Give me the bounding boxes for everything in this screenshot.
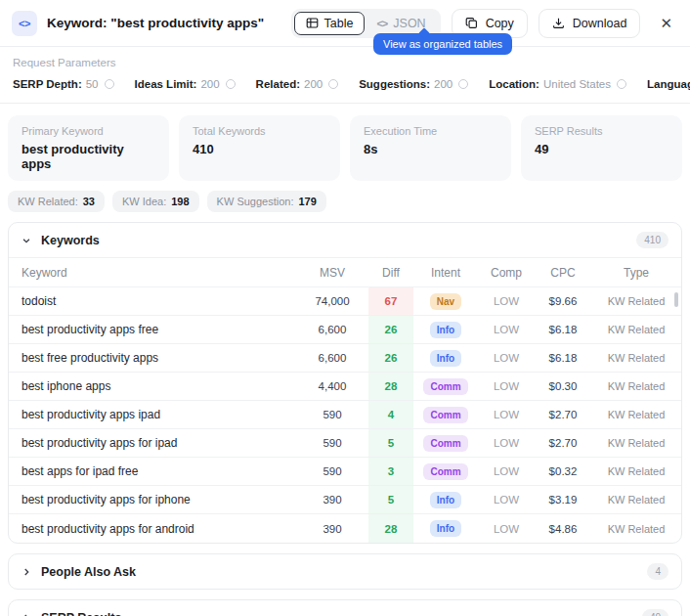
copy-icon (465, 17, 478, 29)
param-language: Language: en (647, 78, 690, 90)
intent-badge: Nav (430, 293, 461, 310)
download-button[interactable]: Download (539, 9, 641, 38)
cell-diff: 4 (368, 401, 413, 428)
column-header-comp: Comp (478, 258, 535, 286)
kw-type-badges: KW Related:33 KW Idea:198 KW Suggestion:… (0, 181, 690, 212)
keyword-table-row: todoist74,00067NavLOW$9.66KW Related (9, 287, 681, 316)
cell-comp: LOW (478, 486, 535, 513)
info-icon[interactable] (105, 79, 114, 89)
cell-msv: 390 (296, 486, 368, 513)
cell-cpc: $2.70 (535, 429, 591, 457)
cell-msv: 590 (296, 429, 368, 457)
keywords-table-body: todoist74,00067NavLOW$9.66KW Relatedbest… (9, 287, 681, 543)
cell-type: KW Related (591, 486, 681, 513)
table-icon (306, 17, 319, 29)
cell-cpc: $2.70 (535, 401, 591, 428)
cell-comp: LOW (478, 514, 535, 543)
modal-header: <> Keyword: "best productivity apps" Tab… (0, 0, 690, 47)
intent-badge: Info (430, 492, 461, 508)
people-also-ask-header[interactable]: People Also Ask 4 (9, 554, 681, 589)
cell-cpc: $0.32 (535, 458, 591, 485)
stats-row: Primary Keyword best productivity apps T… (0, 104, 690, 181)
json-icon: <> (376, 18, 387, 29)
cell-intent: Info (413, 514, 478, 543)
cell-intent: Info (413, 316, 478, 343)
download-label: Download (573, 17, 627, 30)
info-icon[interactable] (226, 79, 236, 89)
cell-diff: 26 (368, 344, 413, 372)
cell-cpc: $0.30 (535, 373, 591, 400)
people-also-ask-title: People Also Ask (41, 565, 136, 579)
intent-badge: Comm (423, 378, 467, 395)
cell-msv: 590 (296, 458, 368, 485)
cell-type: KW Related (591, 429, 681, 457)
keyword-table-row: best free productivity apps6,60026InfoLO… (9, 344, 681, 373)
cell-keyword: best productivity apps for iphone (9, 486, 296, 513)
cell-comp: LOW (478, 344, 535, 372)
serp-results-count-badge: 49 (642, 609, 668, 616)
cell-msv: 590 (296, 401, 368, 428)
keywords-section-header[interactable]: Keywords 410 (9, 223, 681, 257)
request-parameters-section: Request Parameters SERP Depth: 50 Ideas … (0, 47, 690, 104)
cell-diff: 26 (368, 316, 413, 343)
keywords-section: Keywords 410 Keyword MSV Diff Intent Com… (8, 222, 682, 544)
intent-badge: Info (430, 322, 461, 338)
keyword-table-row: best productivity apps for android39028I… (9, 514, 681, 543)
cell-diff: 5 (368, 429, 413, 457)
chevron-right-icon (22, 613, 31, 616)
table-view-label: Table (324, 17, 354, 30)
cell-cpc: $3.19 (535, 486, 591, 513)
serp-results-title: SERP Results (41, 611, 121, 616)
cell-msv: 6,600 (296, 316, 368, 343)
cell-keyword: best productivity apps free (9, 316, 296, 343)
cell-msv: 4,400 (296, 373, 368, 400)
close-icon[interactable]: ✕ (656, 14, 676, 32)
cell-comp: LOW (478, 316, 535, 343)
info-icon[interactable] (458, 79, 468, 89)
stat-card-serp-results: SERP Results 49 (521, 115, 682, 181)
cell-diff: 67 (368, 287, 413, 315)
column-header-keyword: Keyword (9, 258, 296, 286)
code-icon: <> (12, 11, 37, 36)
table-scrollbar-thumb[interactable] (674, 292, 678, 307)
info-icon[interactable] (617, 79, 626, 89)
param-related: Related: 200 (256, 78, 339, 90)
cell-type: KW Related (591, 458, 681, 485)
column-header-intent: Intent (413, 258, 478, 286)
intent-badge: Comm (423, 463, 467, 480)
param-suggestions: Suggestions: 200 (359, 78, 468, 90)
badge-kw-suggestion: KW Suggestion:179 (207, 191, 326, 212)
keywords-table: Keyword MSV Diff Intent Comp CPC Type to… (9, 257, 681, 543)
cell-cpc: $4.86 (535, 514, 591, 543)
param-ideas-limit: Ideas Limit: 200 (135, 78, 236, 90)
column-header-msv: MSV (296, 258, 368, 286)
column-header-cpc: CPC (535, 258, 591, 286)
keyword-table-row: best productivity apps for ipad5905CommL… (9, 429, 681, 458)
page-title: Keyword: "best productivity apps" (47, 16, 264, 30)
cell-comp: LOW (478, 287, 535, 315)
cell-msv: 74,000 (296, 287, 368, 315)
keywords-section-title: Keywords (41, 234, 100, 247)
cell-cpc: $6.18 (535, 344, 591, 372)
cell-keyword: best productivity apps for android (9, 514, 296, 543)
download-icon (552, 17, 565, 29)
people-also-ask-count-badge: 4 (647, 563, 668, 580)
cell-type: KW Related (591, 344, 681, 372)
stat-card-total-keywords: Total Keywords 410 (179, 115, 340, 181)
cell-comp: LOW (478, 458, 535, 485)
cell-keyword: best apps for ipad free (9, 458, 296, 485)
cell-diff: 3 (368, 458, 413, 485)
param-location: Location: United States (489, 78, 626, 90)
info-icon[interactable] (328, 79, 338, 89)
table-view-button[interactable]: Table (294, 12, 366, 35)
cell-comp: LOW (478, 373, 535, 400)
param-serp-depth: SERP Depth: 50 (13, 78, 114, 90)
column-header-type: Type (591, 258, 681, 286)
cell-comp: LOW (478, 401, 535, 428)
keyword-table-row: best productivity apps for iphone3905Inf… (9, 486, 681, 514)
cell-intent: Comm (413, 458, 478, 485)
cell-keyword: todoist (9, 287, 296, 315)
cell-keyword: best free productivity apps (9, 344, 296, 372)
serp-results-header[interactable]: SERP Results 49 (9, 600, 681, 616)
cell-cpc: $9.66 (535, 287, 591, 315)
